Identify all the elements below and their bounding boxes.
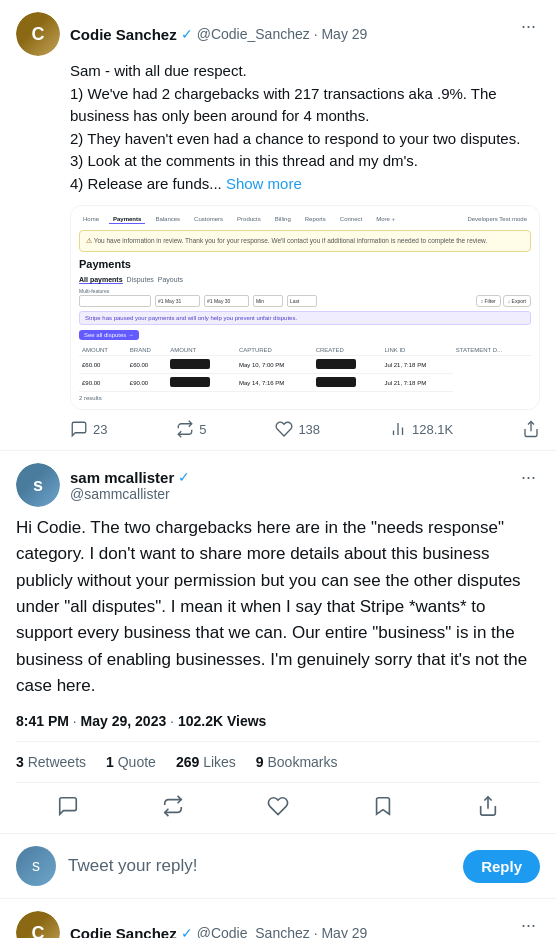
share-action-1[interactable] xyxy=(522,420,540,438)
filter-disputes: Disputes xyxy=(127,276,154,284)
tweet-date: May 29, 2023 xyxy=(81,713,167,729)
cell-created-2: May 14, 7:16 PM xyxy=(236,374,313,392)
display-name-1: Codie Sanchez xyxy=(70,26,177,43)
filter-min: Min xyxy=(253,295,283,307)
avatar-codie-1[interactable]: C xyxy=(16,12,60,56)
retweets-stat: 3 Retweets xyxy=(16,754,86,770)
display-name-row-2: Codie Sanchez ✓ @Codie_Sanchez · May 29 xyxy=(70,925,367,938)
cell-amount-2: £90.00 xyxy=(79,374,127,392)
more-menu-icon-2[interactable]: ··· xyxy=(517,911,540,938)
reply-count-1: 23 xyxy=(93,422,107,437)
cell-amount-1: £60.00 xyxy=(79,356,127,374)
reply-box: s Tweet your reply! Reply xyxy=(0,834,556,899)
nav-home: Home xyxy=(79,214,103,224)
reply-action-1[interactable]: 23 xyxy=(70,420,107,438)
main-tweet-meta: 8:41 PM · May 29, 2023 · 102.2K Views xyxy=(16,713,540,742)
tweet-time: 8:41 PM xyxy=(16,713,69,729)
filter-method: Multi-features xyxy=(79,288,151,307)
screenshot-filters: Multi-features #1 May 31 #1 May 30 Min L… xyxy=(79,288,531,307)
share-action-main[interactable] xyxy=(477,795,499,817)
filter-date1: #1 May 31 xyxy=(155,295,200,307)
cell-captured-1 xyxy=(167,356,236,374)
cell-captured-2 xyxy=(167,374,236,392)
screenshot-inner: Home Payments Balances Customers Product… xyxy=(71,206,539,409)
nav-billing: Billing xyxy=(271,214,295,224)
screenshot-table: AMOUNT BRAND AMOUNT CAPTURED CREATED LIN… xyxy=(79,345,531,392)
main-tweet-header: s sam mcallister ✓ @sammcallister ··· xyxy=(16,463,540,507)
main-tweet-actions xyxy=(16,795,540,821)
nav-connect: Connect xyxy=(336,214,366,224)
nav-reports: Reports xyxy=(301,214,330,224)
like-action-main[interactable] xyxy=(267,795,289,817)
user-info-1: Codie Sanchez ✓ @Codie_Sanchez · May 29 xyxy=(70,26,367,43)
reply-button[interactable]: Reply xyxy=(463,850,540,883)
likes-stat: 269 Likes xyxy=(176,754,236,770)
cell-stmt-2: Jul 21, 7:18 PM xyxy=(381,374,452,392)
tweet-actions-1: 23 5 138 128.1K xyxy=(70,420,540,438)
screenshot-action-buttons: ↕ Filter ↓ Export xyxy=(476,295,531,307)
screenshot-results-count: 2 results xyxy=(79,395,531,401)
tweet-header-left-1: C Codie Sanchez ✓ @Codie_Sanchez · May 2… xyxy=(16,12,367,56)
nav-developer: Developers Test mode xyxy=(463,214,531,224)
views-action-1[interactable]: 128.1K xyxy=(389,420,453,438)
more-menu-icon-sam[interactable]: ··· xyxy=(517,463,540,492)
retweet-action-main[interactable] xyxy=(162,795,184,817)
reply-action-main[interactable] xyxy=(57,795,79,817)
retweet-count-1: 5 xyxy=(199,422,206,437)
more-menu-icon-1[interactable]: ··· xyxy=(517,12,540,41)
nav-payments: Payments xyxy=(109,214,145,224)
nav-balances: Balances xyxy=(151,214,184,224)
bookmark-action-main[interactable] xyxy=(372,795,394,817)
main-tweet-header-left: s sam mcallister ✓ @sammcallister xyxy=(16,463,190,507)
filter-max: Last xyxy=(287,295,317,307)
th-amount2: AMOUNT xyxy=(167,345,236,356)
user-info-sam: sam mcallister ✓ @sammcallister xyxy=(70,469,190,502)
verified-icon-1: ✓ xyxy=(181,26,193,42)
filter-date2: #1 May 30 xyxy=(204,295,249,307)
display-name-row-1: Codie Sanchez ✓ @Codie_Sanchez · May 29 xyxy=(70,26,367,43)
th-created: CREATED xyxy=(313,345,382,356)
screenshot-filter-tabs: All payments Disputes Payouts xyxy=(79,276,531,284)
avatar-image-codie-2: C xyxy=(16,911,60,938)
avatar-image-sam: s xyxy=(16,463,60,507)
cell-stmt-1: Jul 21, 7:18 PM xyxy=(381,356,452,374)
handle-date-2: @Codie_Sanchez · May 29 xyxy=(197,925,368,938)
screenshot-alert: ⚠ You have information in review. Thank … xyxy=(79,230,531,252)
avatar-image-codie-1: C xyxy=(16,12,60,56)
cell-link-1 xyxy=(313,356,382,374)
th-captured: CAPTURED xyxy=(236,345,313,356)
reply-input-placeholder[interactable]: Tweet your reply! xyxy=(68,856,451,876)
bookmarks-stat: 9 Bookmarks xyxy=(256,754,338,770)
retweet-action-1[interactable]: 5 xyxy=(176,420,206,438)
tweet-codie-2: C Codie Sanchez ✓ @Codie_Sanchez · May 2… xyxy=(0,899,556,938)
main-tweet-sam: s sam mcallister ✓ @sammcallister ··· Hi… xyxy=(0,451,556,834)
th-stmt: STATEMENT D... xyxy=(453,345,531,356)
tweet-header-left-2: C Codie Sanchez ✓ @Codie_Sanchez · May 2… xyxy=(16,911,367,938)
like-action-1[interactable]: 138 xyxy=(275,420,320,438)
filter-method-label: Multi-features xyxy=(79,288,151,294)
user-info-2: Codie Sanchez ✓ @Codie_Sanchez · May 29 xyxy=(70,925,367,938)
th-brand: BRAND xyxy=(127,345,167,356)
tweet-header-2: C Codie Sanchez ✓ @Codie_Sanchez · May 2… xyxy=(16,911,540,938)
avatar-codie-2[interactable]: C xyxy=(16,911,60,938)
table-row-2: £90.00 £90.00 May 14, 7:16 PM Jul 21, 7:… xyxy=(79,374,531,392)
show-more-link-1[interactable]: Show more xyxy=(226,175,302,192)
table-row-1: £60.00 £60.00 May 10, 7:00 PM Jul 21, 7:… xyxy=(79,356,531,374)
cell-brand-2: £90.00 xyxy=(127,374,167,392)
tweet-views: 102.2K Views xyxy=(178,713,266,729)
display-name-sam: sam mcallister xyxy=(70,469,174,486)
display-name-row-sam: sam mcallister ✓ xyxy=(70,469,190,486)
like-count-1: 138 xyxy=(298,422,320,437)
verified-icon-sam: ✓ xyxy=(178,469,190,485)
th-amount: AMOUNT xyxy=(79,345,127,356)
screenshot-disputes-notice: Stripe has paused your payments and will… xyxy=(79,311,531,325)
verified-icon-2: ✓ xyxy=(181,925,193,938)
tweet-text-1: Sam - with all due respect. 1) We've had… xyxy=(70,60,540,195)
filter-date2-input: #1 May 30 xyxy=(204,295,249,307)
avatar-sam[interactable]: s xyxy=(16,463,60,507)
filter-method-input xyxy=(79,295,151,307)
tweet-body-1: Sam - with all due respect. 1) We've had… xyxy=(70,60,540,438)
tweet-screenshot-image: Home Payments Balances Customers Product… xyxy=(70,205,540,410)
tweet-codie-1: C Codie Sanchez ✓ @Codie_Sanchez · May 2… xyxy=(0,0,556,451)
nav-customers: Customers xyxy=(190,214,227,224)
